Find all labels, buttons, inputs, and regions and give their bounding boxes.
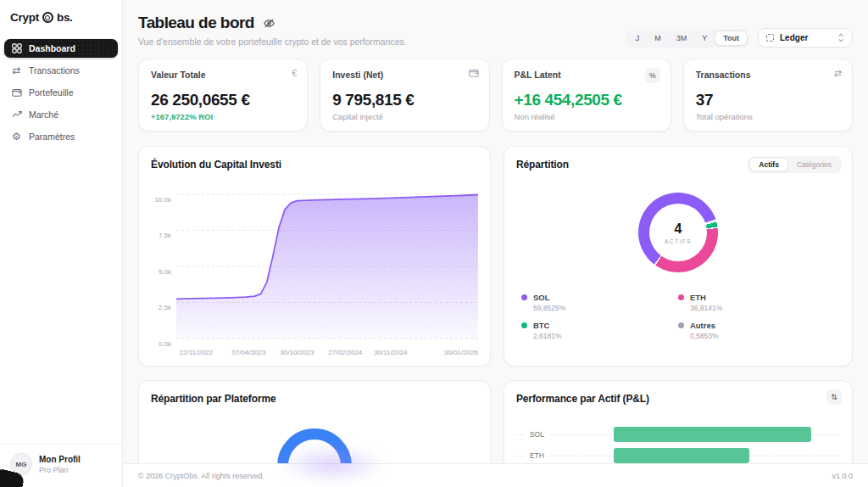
brand-logo: Crypt bs. [0,0,122,32]
profile-plan: Pro Plan [39,466,81,474]
y-tick: 2.5k [151,304,171,311]
legend-dot [521,322,527,328]
legend-label: BTC [533,321,562,330]
y-tick: 5.0k [151,268,171,276]
percent-icon: % [645,68,660,83]
wallet-filter-icon [766,34,774,42]
grid-icon [11,43,22,53]
brand-text-post: bs. [57,11,73,24]
legend-item-btc: BTC 2,6181% [521,321,678,340]
stat-card-transactions: Transactions ⇄ 37 Total opérations [683,59,853,132]
donut-center: 4 ACTIFS [649,204,707,261]
sort-icon[interactable]: ⇅ [826,389,842,405]
x-tick: 30/11/2024 [374,349,407,356]
stat-sub: +167,9722% ROI [151,112,295,121]
area-chart-svg [176,177,478,347]
legend-item-autres: Autres 0,5853% [678,321,835,340]
sidebar-item-label: Paramètres [29,132,75,142]
legend-value: 59,8525% [533,304,565,312]
stat-card-investi-net: Investi (Net) 9 795,815 € Capital inject… [320,59,489,132]
sidebar-item-parametres[interactable]: ⚙ Paramètres [4,127,118,146]
chevron-up-down-icon [837,33,844,42]
y-tick: 10.0k [151,196,171,204]
stat-value: 37 [696,91,840,109]
x-tick: 30/01/2026 [444,349,478,356]
sidebar-item-label: Portefeuille [29,87,74,98]
copyright-text: © 2026 CryptObs. All rights reserved. [138,472,264,480]
stat-sub: Capital injecté [332,112,476,121]
transfer-arrows-icon: ⇄ [834,68,842,79]
y-tick: 7.5k [151,232,171,239]
stats-row: Valeur Totale € 26 250,0655 € +167,9722%… [138,59,853,132]
stat-label: Valeur Totale [151,70,295,80]
sidebar-item-marche[interactable]: Marché [4,105,118,124]
y-tick: 0.0k [151,340,171,348]
footer: © 2026 CryptObs. All rights reserved. v1… [123,463,868,487]
charts-row: Évolution du Capital Investi 10.0k 7.5k … [138,146,853,367]
toggle-categories-button[interactable]: Catégories [788,158,840,171]
time-range-group: J M 3M Y Tout [626,29,749,48]
bar-row-sol[interactable]: SOL [516,427,840,442]
page-header: Tableau de bord Vue d'ensemble de votre … [123,0,868,47]
range-j-button[interactable]: J [628,31,648,46]
repartition-toggle: Actifs Catégories [748,156,842,173]
stat-card-pnl-latent: P&L Latent % +16 454,2505 € Non réalisé [502,59,671,132]
chart-title: Évolution du Capital Investi [151,159,478,171]
chart-title: Performance par Actif (P&L) [516,393,840,405]
sidebar-item-label: Dashboard [29,43,75,53]
legend-value: 36,9141% [690,304,722,312]
x-axis: 22/11/2022 07/04/2023 30/10/2023 27/02/2… [176,349,478,359]
gear-icon: ⚙ [11,131,22,143]
evolution-chart-card: Évolution du Capital Investi 10.0k 7.5k … [138,146,491,367]
legend-item-sol: SOL 59,8525% [521,293,678,312]
range-m-button[interactable]: M [647,31,669,46]
stat-label: P&L Latent [515,70,659,80]
sidebar-item-transactions[interactable]: ⇄ Transactions [4,61,118,80]
wallet-icon [11,87,22,98]
range-3m-button[interactable]: 3M [669,31,695,46]
brand-text-pre: Crypt [10,11,39,24]
eye-off-icon[interactable] [263,17,275,30]
range-tout-button[interactable]: Tout [715,31,748,46]
bar-row-eth[interactable]: ETH [516,448,840,463]
stat-value: +16 454,2505 € [515,91,659,109]
legend-label: Autres [690,321,719,330]
toggle-actifs-button[interactable]: Actifs [749,158,788,171]
sidebar-item-dashboard[interactable]: Dashboard [4,39,118,58]
donut-center-value: 4 [675,221,682,237]
x-tick: 07/04/2023 [231,349,265,356]
donut-center-label: ACTIFS [665,238,692,244]
sidebar: Crypt bs. Dashboard ⇄ Transactions Port [0,0,123,487]
legend-value: 2,6181% [533,332,562,340]
x-tick: 30/10/2023 [280,349,314,356]
sidebar-nav: Dashboard ⇄ Transactions Portefeuille Ma… [0,39,122,146]
bar-sol [614,427,811,442]
stat-card-valeur-totale: Valeur Totale € 26 250,0655 € +167,9722%… [138,59,308,132]
stat-value: 26 250,0655 € [151,91,295,109]
stat-sub: Total opérations [696,112,840,121]
profile-name: Mon Profil [39,455,81,464]
legend-label: SOL [533,293,565,302]
stat-sub: Non réalisé [515,112,659,121]
range-y-button[interactable]: Y [694,31,715,46]
repartition-card: Répartition Actifs Catégories 4 ACTIFS S… [504,146,853,367]
area-chart[interactable]: 10.0k 7.5k 5.0k 2.5k 0.0k [151,177,478,347]
donut-chart[interactable]: 4 ACTIFS [638,193,718,272]
euro-icon: € [292,68,297,78]
stat-value: 9 795,815 € [332,91,476,109]
x-tick: 27/02/2024 [328,349,362,356]
trending-up-icon [11,109,22,120]
bar-label: ETH [525,451,549,460]
legend-label: ETH [690,293,722,302]
wallet-select[interactable]: Ledger [758,28,853,48]
transfer-arrows-icon: ⇄ [11,64,22,76]
legend-dot [521,294,527,300]
wallet-icon [469,68,479,78]
version-text: v1.0.0 [832,472,853,480]
bar-chart: SOL ETH [516,427,840,463]
sidebar-item-portefeuille[interactable]: Portefeuille [4,83,118,102]
stat-label: Transactions [696,70,840,80]
sidebar-item-label: Transactions [29,65,80,76]
legend-dot [678,294,684,300]
bar-eth [614,448,749,463]
